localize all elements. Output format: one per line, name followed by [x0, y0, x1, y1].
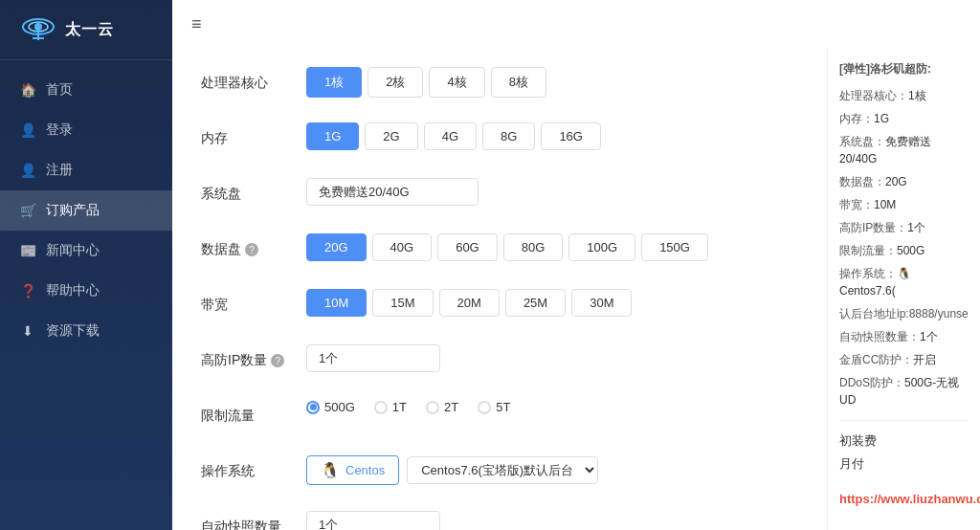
person-icon: 👤 [19, 121, 36, 139]
data-disk-help-icon[interactable]: ? [245, 243, 258, 256]
logo-icon [19, 15, 57, 44]
traffic-2t[interactable]: 2T [426, 400, 458, 414]
data-disk-40g[interactable]: 40G [372, 233, 433, 261]
os-selector: 🐧 Centos Centos7.6(宝塔版)默认后台... [306, 455, 598, 485]
url-watermark: https://www.liuzhanwu.cn [839, 492, 969, 506]
sidebar-nav: 🏠 首页 👤 登录 👤 注册 🛒 订购产品 📰 新闻中心 ❓ 帮助中心 ⬇ 资源… [0, 60, 172, 530]
summary-cc: 金盾CC防护：开启 [839, 351, 969, 368]
logo: 太一云 [0, 0, 172, 60]
traffic-5t[interactable]: 5T [478, 400, 510, 414]
content-area: 处理器核心 1核 2核 4核 8核 内存 1G 2G [172, 48, 980, 530]
summary-os-url: 认后台地址ip:8888/yunse [839, 305, 969, 322]
summary-traffic: 限制流量：500G [839, 242, 969, 259]
data-disk-btn-group: 20G 40G 60G 80G 100G 150G [306, 233, 708, 261]
cpu-option-8[interactable]: 8核 [491, 67, 546, 98]
cpu-btn-group: 1核 2核 4核 8核 [306, 67, 546, 98]
bandwidth-control: 10M 15M 20M 25M 30M [306, 289, 798, 317]
traffic-row: 限制流量 500G 1T 2T [201, 400, 798, 434]
system-disk-input[interactable] [306, 178, 479, 206]
memory-option-16g[interactable]: 16G [541, 122, 601, 150]
bandwidth-25m[interactable]: 25M [505, 289, 566, 317]
summary-cpu: 处理器核心：1核 [839, 87, 969, 104]
sidebar-item-news[interactable]: 📰 新闻中心 [0, 231, 172, 271]
radio-500g-circle [306, 401, 320, 414]
download-icon: ⬇ [19, 322, 36, 340]
sidebar-item-home[interactable]: 🏠 首页 [0, 70, 172, 110]
os-label: 操作系统 [201, 455, 306, 480]
traffic-label: 限制流量 [201, 400, 306, 425]
cpu-option-4[interactable]: 4核 [429, 67, 484, 98]
centos-icon: 🐧 [321, 461, 340, 479]
radio-2t-circle [426, 401, 439, 414]
sidebar: 太一云 🏠 首页 👤 登录 👤 注册 🛒 订购产品 📰 新闻中心 ❓ 帮助中心 … [0, 0, 172, 530]
cpu-option-2[interactable]: 2核 [368, 67, 423, 98]
snapshot-input[interactable] [306, 511, 440, 530]
bandwidth-10m[interactable]: 10M [306, 289, 367, 317]
cpu-label: 处理器核心 [201, 67, 306, 92]
bandwidth-15m[interactable]: 15M [372, 289, 433, 317]
data-disk-60g[interactable]: 60G [437, 233, 498, 261]
register-icon: 👤 [19, 162, 36, 179]
system-disk-label: 系统盘 [201, 178, 306, 203]
logo-text: 太一云 [65, 20, 114, 40]
ddos-ip-help-icon[interactable]: ? [271, 354, 284, 367]
memory-control: 1G 2G 4G 8G 16G [306, 122, 798, 150]
sidebar-item-news-label: 新闻中心 [46, 242, 100, 259]
data-disk-20g[interactable]: 20G [306, 233, 367, 261]
ddos-ip-input[interactable] [306, 344, 440, 372]
main-wrapper: ≡ 处理器核心 1核 2核 4核 8核 内存 [172, 0, 980, 530]
bandwidth-label: 带宽 [201, 289, 306, 314]
sidebar-item-home-label: 首页 [46, 81, 73, 99]
snapshot-control [306, 511, 798, 530]
summary-panel: [弹性]洛杉矶超防: 处理器核心：1核 内存：1G 系统盘：免费赠送20/40G… [827, 48, 980, 530]
memory-option-4g[interactable]: 4G [424, 122, 477, 150]
cpu-option-1[interactable]: 1核 [306, 67, 362, 98]
summary-setup-fee: 初装费 [839, 432, 969, 450]
data-disk-100g[interactable]: 100G [568, 233, 635, 261]
ddos-ip-label: 高防IP数量 ? [201, 344, 306, 369]
ddos-ip-control [306, 344, 798, 372]
sidebar-item-help[interactable]: ❓ 帮助中心 [0, 271, 172, 311]
sidebar-item-order-label: 订购产品 [46, 202, 100, 219]
summary-ddos-ip: 高防IP数量：1个 [839, 219, 969, 236]
os-control: 🐧 Centos Centos7.6(宝塔版)默认后台... [306, 455, 798, 485]
bandwidth-20m[interactable]: 20M [439, 289, 500, 317]
cart-icon: 🛒 [19, 202, 36, 219]
sidebar-item-download[interactable]: ⬇ 资源下载 [0, 311, 172, 351]
sidebar-item-order[interactable]: 🛒 订购产品 [0, 190, 172, 231]
system-disk-row: 系统盘 [201, 178, 798, 212]
radio-5t-circle [478, 401, 491, 414]
bandwidth-30m[interactable]: 30M [571, 289, 632, 317]
sidebar-item-download-label: 资源下载 [46, 322, 100, 340]
topbar: ≡ [172, 0, 980, 48]
memory-option-2g[interactable]: 2G [365, 122, 417, 150]
memory-row: 内存 1G 2G 4G 8G 16G [201, 122, 798, 157]
memory-btn-group: 1G 2G 4G 8G 16G [306, 122, 601, 150]
ddos-ip-row: 高防IP数量 ? [201, 344, 798, 379]
os-version-select[interactable]: Centos7.6(宝塔版)默认后台... [407, 456, 598, 484]
sidebar-item-login[interactable]: 👤 登录 [0, 110, 172, 150]
svg-point-2 [34, 23, 42, 31]
memory-option-1g[interactable]: 1G [306, 122, 359, 150]
summary-bandwidth: 带宽：10M [839, 196, 969, 213]
sidebar-item-help-label: 帮助中心 [46, 282, 100, 299]
summary-data-disk: 数据盘：20G [839, 173, 969, 190]
traffic-radio-group: 500G 1T 2T 5T [306, 400, 510, 414]
os-centos-btn[interactable]: 🐧 Centos [306, 455, 399, 485]
traffic-500g[interactable]: 500G [306, 400, 355, 414]
system-disk-control [306, 178, 798, 206]
cpu-row: 处理器核心 1核 2核 4核 8核 [201, 67, 798, 101]
sidebar-item-register[interactable]: 👤 注册 [0, 150, 172, 190]
summary-snapshot: 自动快照数量：1个 [839, 328, 969, 345]
news-icon: 📰 [19, 242, 36, 259]
data-disk-150g[interactable]: 150G [641, 233, 708, 261]
summary-memory: 内存：1G [839, 110, 969, 127]
data-disk-80g[interactable]: 80G [503, 233, 564, 261]
traffic-1t[interactable]: 1T [374, 400, 407, 414]
memory-option-8g[interactable]: 8G [482, 122, 535, 150]
summary-ddos: DDoS防护：500G-无视UD [839, 374, 969, 409]
data-disk-label: 数据盘 ? [201, 233, 306, 258]
snapshot-label: 自动快照数量 [201, 511, 306, 530]
radio-1t-circle [374, 401, 388, 414]
hamburger-icon[interactable]: ≡ [191, 14, 202, 34]
